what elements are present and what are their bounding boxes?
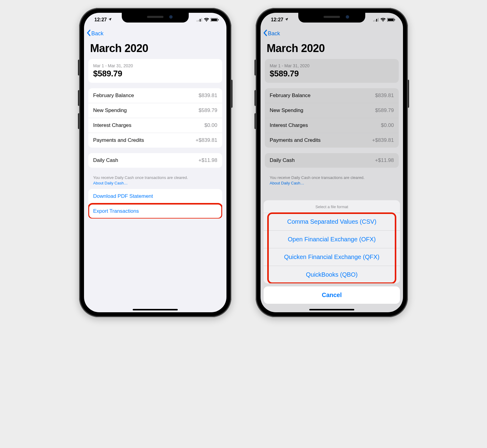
svg-rect-10 xyxy=(378,18,379,22)
list-item: February Balance$839.81 xyxy=(265,88,399,103)
list-item: Interest Charges$0.00 xyxy=(88,118,222,133)
wifi-icon xyxy=(380,18,386,22)
export-transactions-button[interactable]: Export Transactions xyxy=(88,204,222,219)
daily-cash-row: Daily Cash+$11.98 xyxy=(265,153,399,168)
total-amount: $589.79 xyxy=(270,69,394,79)
summary-card: Mar 1 - Mar 31, 2020 $589.79 xyxy=(265,59,399,83)
chevron-left-icon xyxy=(86,30,91,38)
battery-icon xyxy=(387,18,395,22)
svg-rect-9 xyxy=(376,19,377,22)
status-time: 12:27 xyxy=(94,17,107,23)
export-qbo-option[interactable]: QuickBooks (QBO) xyxy=(264,266,400,283)
back-label: Back xyxy=(91,30,103,37)
list-item: Payments and Credits+$839.81 xyxy=(265,133,399,148)
list-item: Payments and Credits+$839.81 xyxy=(88,133,222,148)
svg-rect-5 xyxy=(211,19,217,21)
screen: 12:27 xyxy=(261,13,403,312)
daily-cash-note: You receive Daily Cash once transactions… xyxy=(84,173,226,189)
svg-rect-3 xyxy=(201,18,202,22)
wifi-icon xyxy=(204,18,209,22)
back-button[interactable]: Back xyxy=(86,30,103,38)
svg-rect-12 xyxy=(388,19,394,21)
svg-rect-8 xyxy=(375,20,376,22)
page-title: March 2020 xyxy=(84,40,226,59)
battery-icon xyxy=(211,18,219,22)
back-button[interactable]: Back xyxy=(263,30,280,38)
file-format-action-sheet: Select a file format Comma Separated Val… xyxy=(261,200,403,312)
location-icon xyxy=(108,17,112,23)
svg-rect-2 xyxy=(200,19,201,22)
phone-frame-right: 12:27 xyxy=(256,8,408,317)
notch xyxy=(298,13,365,23)
export-qfx-option[interactable]: Quicken Financial Exchange (QFX) xyxy=(264,248,400,266)
download-pdf-button[interactable]: Download PDF Statement xyxy=(88,189,222,204)
sheet-options-group: Select a file format Comma Separated Val… xyxy=(264,200,400,283)
phone-frame-left: 12:27 xyxy=(79,8,231,317)
nav-bar: Back xyxy=(84,27,226,40)
sheet-title: Select a file format xyxy=(264,200,400,213)
export-csv-option[interactable]: Comma Separated Values (CSV) xyxy=(264,213,400,230)
summary-card: Mar 1 - Mar 31, 2020 $589.79 xyxy=(88,59,222,83)
list-item: Interest Charges$0.00 xyxy=(265,118,399,133)
daily-cash-note: You receive Daily Cash once transactions… xyxy=(261,173,403,189)
page-title: March 2020 xyxy=(261,40,403,59)
notch xyxy=(122,13,189,23)
svg-rect-6 xyxy=(218,19,219,20)
status-time: 12:27 xyxy=(271,17,283,23)
list-item: New Spending$589.79 xyxy=(88,103,222,118)
list-item: New Spending$589.79 xyxy=(265,103,399,118)
back-label: Back xyxy=(268,30,280,37)
date-range: Mar 1 - Mar 31, 2020 xyxy=(93,63,217,68)
about-daily-cash-link[interactable]: About Daily Cash… xyxy=(93,181,128,185)
daily-cash-card: Daily Cash+$11.98 xyxy=(265,153,399,168)
svg-rect-7 xyxy=(373,20,374,22)
actions-card: Download PDF Statement Export Transactio… xyxy=(88,189,222,219)
home-indicator[interactable] xyxy=(133,309,178,310)
svg-rect-13 xyxy=(394,19,395,20)
list-item: February Balance$839.81 xyxy=(88,88,222,103)
nav-bar: Back xyxy=(261,27,403,40)
export-ofx-option[interactable]: Open Financial Exchange (OFX) xyxy=(264,230,400,248)
location-icon xyxy=(285,17,289,23)
daily-cash-card: Daily Cash+$11.98 xyxy=(88,153,222,168)
cellular-icon xyxy=(197,18,202,22)
cancel-button[interactable]: Cancel xyxy=(264,286,400,304)
balance-list: February Balance$839.81 New Spending$589… xyxy=(265,88,399,148)
daily-cash-row: Daily Cash+$11.98 xyxy=(88,153,222,168)
total-amount: $589.79 xyxy=(93,69,217,79)
svg-rect-1 xyxy=(198,20,199,22)
date-range: Mar 1 - Mar 31, 2020 xyxy=(270,63,394,68)
screen: 12:27 xyxy=(84,13,226,312)
chevron-left-icon xyxy=(263,30,267,38)
svg-rect-0 xyxy=(197,20,198,22)
about-daily-cash-link[interactable]: About Daily Cash… xyxy=(270,181,304,185)
balance-list: February Balance$839.81 New Spending$589… xyxy=(88,88,222,148)
cellular-icon xyxy=(373,18,379,22)
